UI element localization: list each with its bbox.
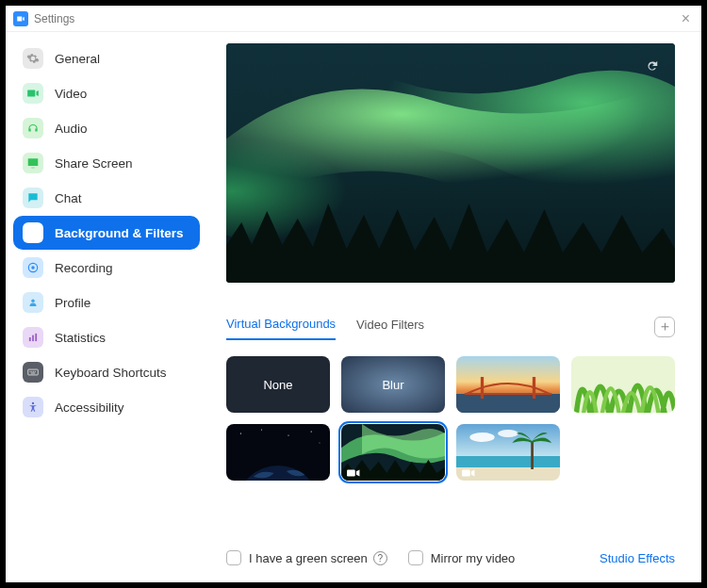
sidebar-item-label: Audio [55, 122, 88, 136]
window-title: Settings [34, 12, 74, 25]
svg-rect-18 [456, 394, 560, 413]
statistics-icon [23, 327, 43, 348]
sidebar-item-label: Statistics [55, 331, 106, 345]
svg-point-2 [31, 266, 35, 270]
background-tile-earth[interactable] [226, 424, 330, 481]
sidebar-item-label: Keyboard Shortcuts [55, 366, 167, 380]
headphones-icon [23, 118, 43, 139]
svg-rect-12 [31, 373, 36, 374]
background-tile-blur[interactable]: Blur [341, 356, 445, 413]
sidebar-item-general[interactable]: General [13, 41, 200, 75]
svg-rect-5 [32, 335, 34, 341]
sidebar-item-statistics[interactable]: Statistics [13, 320, 200, 354]
video-preview [226, 43, 675, 283]
background-tile-bridge[interactable] [456, 356, 560, 413]
checkbox-icon [226, 550, 241, 565]
svg-rect-11 [35, 371, 36, 372]
share-screen-icon [23, 153, 43, 173]
svg-point-13 [32, 402, 34, 404]
checkbox-label: Mirror my video [431, 551, 516, 565]
svg-rect-39 [462, 470, 470, 477]
sidebar-item-label: Accessibility [55, 400, 124, 415]
titlebar: Settings × [6, 6, 701, 32]
svg-rect-4 [29, 337, 31, 341]
svg-rect-6 [35, 334, 37, 341]
sidebar-item-label: Recording [55, 261, 113, 275]
sidebar-item-share-screen[interactable]: Share Screen [13, 146, 200, 180]
mirror-video-checkbox[interactable]: Mirror my video [408, 550, 516, 565]
sidebar-item-video[interactable]: Video [13, 76, 200, 110]
svg-rect-32 [347, 470, 355, 477]
background-tile-beach[interactable] [456, 424, 560, 481]
background-grid: None Blur [226, 356, 675, 481]
svg-rect-8 [30, 371, 31, 372]
sidebar-item-label: General [55, 52, 100, 66]
svg-point-28 [288, 435, 288, 436]
sidebar-item-label: Chat [55, 191, 82, 205]
help-icon[interactable]: ? [373, 551, 387, 565]
sidebar-item-label: Profile [55, 296, 90, 310]
studio-effects-link[interactable]: Studio Effects [600, 551, 675, 565]
settings-window: Settings × General Video Audio [6, 6, 701, 582]
sidebar-item-audio[interactable]: Audio [13, 111, 200, 145]
tile-label: Blur [382, 378, 403, 392]
close-icon[interactable]: × [678, 10, 694, 27]
checkbox-label: I have a green screen [249, 551, 368, 565]
svg-rect-9 [31, 371, 32, 372]
sidebar: General Video Audio Share Screen [6, 32, 207, 582]
sidebar-item-label: Background & Filters [55, 226, 184, 240]
tab-video-filters[interactable]: Video Filters [356, 314, 424, 339]
tabs: Virtual Backgrounds Video Filters ＋ [226, 313, 675, 341]
person-icon [23, 222, 43, 243]
tab-virtual-backgrounds[interactable]: Virtual Backgrounds [226, 313, 336, 340]
svg-rect-10 [33, 371, 34, 372]
checkbox-icon [408, 550, 423, 565]
sidebar-item-accessibility[interactable]: Accessibility [13, 390, 200, 424]
sidebar-item-background-filters[interactable]: Background & Filters [13, 216, 200, 250]
svg-rect-38 [531, 441, 534, 469]
svg-point-0 [31, 229, 35, 233]
sidebar-item-recording[interactable]: Recording [13, 251, 200, 285]
record-icon [23, 257, 43, 278]
chat-icon [23, 188, 43, 208]
sidebar-item-label: Video [55, 87, 87, 101]
tab-label: Video Filters [356, 318, 424, 332]
camera-icon [347, 466, 360, 476]
green-screen-checkbox[interactable]: I have a green screen ? [226, 550, 387, 565]
background-tile-aurora[interactable] [341, 424, 445, 481]
footer: I have a green screen ? Mirror my video … [226, 531, 675, 565]
profile-icon [23, 292, 43, 313]
gear-icon [23, 48, 43, 69]
svg-point-30 [320, 443, 321, 444]
tab-label: Virtual Backgrounds [226, 317, 336, 331]
sidebar-item-label: Share Screen [55, 156, 133, 171]
svg-point-27 [261, 430, 262, 431]
svg-point-3 [31, 300, 35, 303]
rotate-camera-button[interactable] [639, 53, 666, 79]
app-icon [13, 11, 28, 26]
main-panel: Virtual Backgrounds Video Filters ＋ None [207, 32, 701, 582]
sidebar-item-chat[interactable]: Chat [13, 181, 200, 215]
svg-point-34 [469, 433, 494, 442]
accessibility-icon [23, 397, 43, 417]
sidebar-item-profile[interactable]: Profile [13, 286, 200, 319]
tile-label: None [263, 378, 292, 392]
svg-point-35 [498, 430, 518, 437]
keyboard-icon [23, 362, 43, 383]
camera-icon [462, 466, 475, 476]
svg-rect-7 [28, 369, 39, 375]
sidebar-item-keyboard-shortcuts[interactable]: Keyboard Shortcuts [13, 355, 200, 389]
background-tile-none[interactable]: None [226, 356, 330, 413]
video-icon [23, 83, 43, 104]
svg-point-26 [240, 433, 241, 433]
svg-point-29 [311, 431, 312, 432]
add-background-button[interactable]: ＋ [654, 317, 675, 337]
background-tile-grass[interactable] [571, 356, 675, 413]
